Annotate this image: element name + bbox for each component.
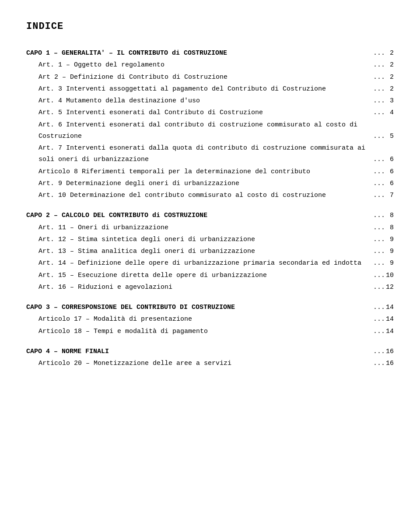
toc-item-art18: Articolo 18 – Tempi e modalità di pagame… <box>26 326 394 337</box>
toc-item-art9: Art. 9 Determinazione degli oneri di urb… <box>26 178 394 189</box>
toc-item-text: Art. 7 Interventi esonerati dalla quota … <box>38 143 373 166</box>
toc-item-page: 14 <box>385 302 394 313</box>
toc-item-dots: ... <box>373 258 385 269</box>
toc-item-text: Art. 4 Mutamento della destinazione d'us… <box>38 95 373 107</box>
toc-item-text: Articolo 17 – Modalità di presentazione <box>38 314 373 325</box>
toc-item-dots: ... <box>373 95 385 107</box>
toc-item-page: 2 <box>385 48 394 59</box>
toc-item-art16: Art. 16 – Riduzioni e agevolazioni...12 <box>26 282 394 293</box>
toc-item-page: 9 <box>385 234 394 245</box>
toc-item-dots: ... <box>373 72 385 83</box>
toc-item-dots: ... <box>373 48 385 59</box>
toc-item-text: Art. 15 – Esecuzione diretta delle opere… <box>38 270 373 281</box>
toc-item-dots: ... <box>373 282 385 293</box>
toc-item-dots: ... <box>373 178 385 189</box>
toc-item-art5: Art. 5 Interventi esonerati dal Contribu… <box>26 107 394 119</box>
toc-item-text: Art. 11 – Oneri di urbanizzazione <box>38 222 373 234</box>
toc-item-dots: ... <box>373 107 385 119</box>
toc-item-page: 12 <box>385 282 394 293</box>
toc-item-art13: Art. 13 – Stima analitica degli oneri di… <box>26 246 394 257</box>
toc-item-capo2-heading: CAPO 2 – CALCOLO DEL CONTRIBUTO di COSTR… <box>26 210 394 221</box>
toc-item-text: CAPO 3 – CORRESPONSIONE DEL CONTRIBUTO D… <box>26 302 373 313</box>
toc-item-capo4-heading: CAPO 4 – NORME FINALI...16 <box>26 346 394 357</box>
toc-item-dots: ... <box>373 190 385 201</box>
toc-item-page: 8 <box>385 210 394 221</box>
toc-item-dots: ... <box>373 154 385 165</box>
toc-item-art1: Art. 1 – Oggetto del regolamento...2 <box>26 60 394 71</box>
toc-item-text: CAPO 2 – CALCOLO DEL CONTRIBUTO di COSTR… <box>26 210 373 221</box>
toc-item-art4: Art. 4 Mutamento della destinazione d'us… <box>26 95 394 107</box>
toc-item-text: Art. 5 Interventi esonerati dal Contribu… <box>38 107 373 119</box>
toc-item-dots: ... <box>373 358 385 369</box>
toc-item-dots: ... <box>373 346 385 357</box>
toc-item-text: Art. 9 Determinazione degli oneri di urb… <box>38 178 373 189</box>
toc-item-art12: Art. 12 – Stima sintetica degli oneri di… <box>26 234 394 245</box>
toc-item-page: 14 <box>385 326 394 337</box>
table-of-contents: CAPO 1 – GENERALITA' – IL CONTRIBUTO di … <box>26 48 394 369</box>
toc-item-art10: Art. 10 Determinazione del contributo co… <box>26 190 394 201</box>
toc-item-art17: Articolo 17 – Modalità di presentazione.… <box>26 314 394 325</box>
toc-item-art11: Art. 11 – Oneri di urbanizzazione...8 <box>26 222 394 234</box>
toc-item-text: Art. 12 – Stima sintetica degli oneri di… <box>38 234 373 245</box>
toc-item-text: CAPO 1 – GENERALITA' – IL CONTRIBUTO di … <box>26 48 373 59</box>
toc-item-page: 6 <box>385 166 394 178</box>
toc-item-page: 14 <box>385 314 394 325</box>
toc-item-text: Art. 6 Interventi esonerati dal contribu… <box>38 119 373 143</box>
toc-item-dots: ... <box>373 210 385 221</box>
toc-item-dots: ... <box>373 84 385 95</box>
toc-item-dots: ... <box>373 246 385 257</box>
toc-item-page: 6 <box>385 178 394 189</box>
toc-item-art7: Art. 7 Interventi esonerati dalla quota … <box>26 143 394 166</box>
toc-item-dots: ... <box>373 302 385 313</box>
toc-item-page: 4 <box>385 107 394 119</box>
toc-item-dots: ... <box>373 326 385 337</box>
toc-item-dots: ... <box>373 234 385 245</box>
toc-item-art3: Art. 3 Interventi assoggettati al pagame… <box>26 84 394 95</box>
toc-item-page: 2 <box>385 72 394 83</box>
toc-item-page: 10 <box>385 270 394 281</box>
toc-item-text: Art. 3 Interventi assoggettati al pagame… <box>38 84 373 95</box>
toc-item-dots: ... <box>373 314 385 325</box>
toc-item-text: Articolo 8 Riferimenti temporali per la … <box>38 166 373 178</box>
toc-item-art6: Art. 6 Interventi esonerati dal contribu… <box>26 119 394 143</box>
toc-item-text: CAPO 4 – NORME FINALI <box>26 346 373 357</box>
toc-item-dots: ... <box>373 131 385 142</box>
toc-item-capo3-heading: CAPO 3 – CORRESPONSIONE DEL CONTRIBUTO D… <box>26 302 394 313</box>
page-title: INDICE <box>26 21 394 32</box>
toc-item-capo1-heading: CAPO 1 – GENERALITA' – IL CONTRIBUTO di … <box>26 48 394 59</box>
toc-item-text: Art. 14 – Definizione delle opere di urb… <box>38 258 373 269</box>
toc-item-page: 9 <box>385 246 394 257</box>
toc-item-page: 2 <box>385 84 394 95</box>
toc-item-text: Art. 10 Determinazione del contributo co… <box>38 190 373 201</box>
toc-item-page: 8 <box>385 222 394 234</box>
toc-item-page: 2 <box>385 60 394 71</box>
toc-item-page: 6 <box>385 154 394 165</box>
toc-item-dots: ... <box>373 222 385 234</box>
toc-item-page: 5 <box>385 131 394 142</box>
toc-item-dots: ... <box>373 166 385 178</box>
toc-item-art2: Art 2 – Definizione di Contributo di Cos… <box>26 72 394 83</box>
toc-item-page: 16 <box>385 346 394 357</box>
toc-item-art20: Articolo 20 – Monetizzazione delle aree … <box>26 358 394 369</box>
toc-item-art8: Articolo 8 Riferimenti temporali per la … <box>26 166 394 178</box>
toc-item-text: Art. 16 – Riduzioni e agevolazioni <box>38 282 373 293</box>
toc-item-art15: Art. 15 – Esecuzione diretta delle opere… <box>26 270 394 281</box>
toc-item-page: 7 <box>385 190 394 201</box>
toc-item-text: Articolo 20 – Monetizzazione delle aree … <box>38 358 373 369</box>
toc-item-text: Art 2 – Definizione di Contributo di Cos… <box>38 72 373 83</box>
toc-item-dots: ... <box>373 60 385 71</box>
toc-item-text: Art. 13 – Stima analitica degli oneri di… <box>38 246 373 257</box>
toc-item-dots: ... <box>373 270 385 281</box>
toc-item-text: Art. 1 – Oggetto del regolamento <box>38 60 373 71</box>
toc-item-page: 9 <box>385 258 394 269</box>
toc-item-art14: Art. 14 – Definizione delle opere di urb… <box>26 258 394 269</box>
toc-item-text: Articolo 18 – Tempi e modalità di pagame… <box>38 326 373 337</box>
toc-item-page: 16 <box>385 358 394 369</box>
toc-item-page: 3 <box>385 95 394 107</box>
